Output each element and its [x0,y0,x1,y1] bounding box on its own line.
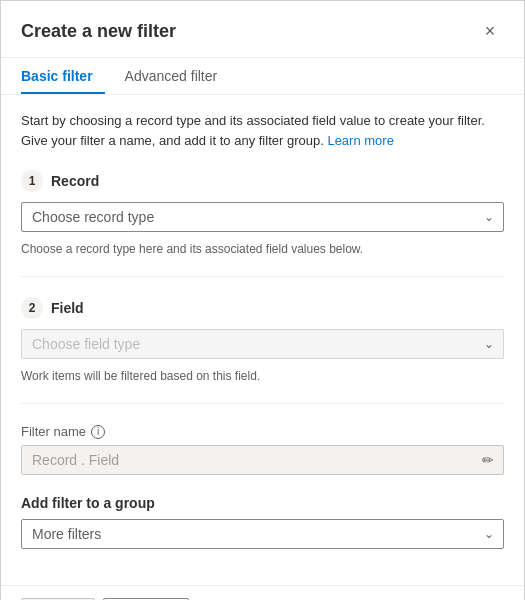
record-section-header: 1 Record [21,170,504,192]
field-hint-text: Work items will be filtered based on thi… [21,369,260,383]
intro-text: Start by choosing a record type and its … [21,111,504,150]
create-filter-dialog: Create a new filter × Basic filter Advan… [0,0,525,600]
filter-name-input[interactable] [21,445,504,475]
field-type-dropdown-wrapper: Choose field type ⌄ [21,329,504,359]
filter-name-info-icon: i [91,425,105,439]
close-button[interactable]: × [476,17,504,45]
field-section-header: 2 Field [21,297,504,319]
step-1-circle: 1 [21,170,43,192]
record-type-dropdown[interactable]: Choose record type [21,202,504,232]
field-type-dropdown[interactable]: Choose field type [21,329,504,359]
filter-name-section: Filter name i ✏ [21,424,504,475]
field-section: 2 Field Choose field type ⌄ Work items w… [21,297,504,404]
add-filter-group-dropdown[interactable]: More filters [21,519,504,549]
filter-name-input-wrapper: ✏ [21,445,504,475]
record-hint-text: Choose a record type here and its associ… [21,242,363,256]
record-section: 1 Record Choose record type ⌄ Choose a r… [21,170,504,277]
tab-basic[interactable]: Basic filter [21,58,105,94]
field-section-title: Field [51,300,84,316]
tabs-container: Basic filter Advanced filter [1,58,524,95]
dialog-footer: Save Cancel [1,585,524,600]
edit-filter-name-icon[interactable]: ✏ [482,452,494,468]
learn-more-link[interactable]: Learn more [327,133,393,148]
tab-advanced[interactable]: Advanced filter [125,58,230,94]
filter-name-label: Filter name i [21,424,504,439]
record-type-dropdown-wrapper: Choose record type ⌄ [21,202,504,232]
add-filter-group-section: Add filter to a group More filters ⌄ [21,495,504,549]
record-section-title: Record [51,173,99,189]
step-2-circle: 2 [21,297,43,319]
dialog-body: Start by choosing a record type and its … [1,95,524,585]
dialog-title: Create a new filter [21,21,176,42]
add-filter-group-dropdown-wrapper: More filters ⌄ [21,519,504,549]
add-filter-group-label: Add filter to a group [21,495,504,511]
dialog-header: Create a new filter × [1,1,524,58]
